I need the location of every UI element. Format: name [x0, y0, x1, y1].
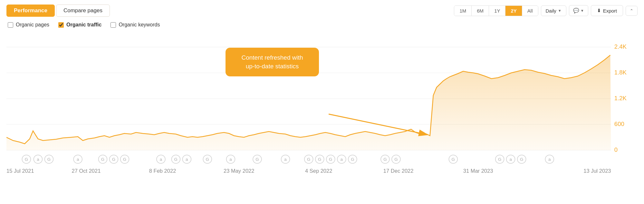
svg-text:G: G	[112, 157, 115, 162]
time-all[interactable]: All	[522, 6, 538, 16]
svg-text:a: a	[509, 157, 512, 162]
svg-text:G: G	[206, 157, 209, 162]
time-group: 1M 6M 1Y 2Y All	[454, 5, 538, 16]
svg-text:a: a	[37, 157, 39, 162]
svg-text:a: a	[77, 157, 79, 162]
svg-text:1.8K: 1.8K	[614, 69, 627, 76]
tab-performance[interactable]: Performance	[6, 5, 55, 17]
svg-text:a: a	[284, 157, 287, 162]
collapse-button[interactable]: ⌃	[626, 6, 638, 16]
svg-text:8 Feb 2022: 8 Feb 2022	[149, 168, 176, 174]
svg-text:G: G	[307, 157, 310, 162]
comment-icon: 💬	[573, 8, 579, 14]
svg-text:G: G	[123, 157, 126, 162]
time-1m[interactable]: 1M	[454, 6, 472, 16]
chart-area: Content refreshed with up-to-date statis…	[6, 31, 638, 176]
export-label: Export	[603, 8, 617, 14]
svg-text:600: 600	[614, 121, 624, 127]
svg-text:G: G	[101, 157, 104, 162]
svg-text:G: G	[329, 157, 332, 162]
svg-text:1.2K: 1.2K	[614, 95, 627, 102]
checkbox-row: Organic pages Organic traffic Organic ke…	[6, 22, 638, 28]
organic-keywords-checkbox-item[interactable]: Organic keywords	[111, 22, 160, 28]
svg-text:2.4K: 2.4K	[614, 43, 627, 50]
svg-text:a: a	[229, 157, 232, 162]
svg-text:13 Jul 2023: 13 Jul 2023	[583, 168, 611, 174]
svg-text:G: G	[25, 157, 28, 162]
daily-dropdown[interactable]: Daily ▼	[541, 5, 566, 16]
svg-text:a: a	[160, 157, 162, 162]
svg-text:G: G	[351, 157, 354, 162]
organic-keywords-checkbox[interactable]	[111, 22, 116, 28]
organic-traffic-checkbox-item[interactable]: Organic traffic	[58, 22, 101, 28]
export-icon: ⬇	[597, 8, 601, 14]
comment-chevron-icon: ▼	[581, 9, 584, 13]
time-2y[interactable]: 2Y	[505, 6, 522, 16]
svg-text:17 Dec 2022: 17 Dec 2022	[383, 168, 414, 174]
chevron-up-icon: ⌃	[630, 8, 633, 13]
organic-keywords-label: Organic keywords	[119, 22, 160, 28]
svg-text:G: G	[174, 157, 178, 162]
organic-traffic-checkbox[interactable]	[58, 22, 64, 28]
tab-group: Performance Compare pages	[6, 5, 110, 17]
svg-text:G: G	[394, 157, 398, 162]
svg-text:G: G	[498, 157, 501, 162]
daily-label: Daily	[546, 8, 556, 14]
tab-compare-pages[interactable]: Compare pages	[56, 5, 110, 17]
svg-text:G: G	[383, 157, 387, 162]
time-6m[interactable]: 6M	[472, 6, 489, 16]
svg-text:4 Sep 2022: 4 Sep 2022	[305, 168, 332, 174]
svg-text:G: G	[318, 157, 321, 162]
svg-text:a: a	[341, 157, 343, 162]
svg-text:G: G	[452, 157, 455, 162]
svg-text:23 May 2022: 23 May 2022	[224, 168, 254, 174]
chart-svg: 2.4K 1.8K 1.2K 600 0	[6, 31, 638, 176]
svg-text:a: a	[186, 157, 188, 162]
svg-text:a: a	[548, 157, 551, 162]
organic-pages-checkbox[interactable]	[8, 22, 13, 28]
top-bar: Performance Compare pages 1M 6M 1Y 2Y Al…	[6, 5, 638, 17]
svg-text:31 Mar 2023: 31 Mar 2023	[463, 168, 493, 174]
comment-button[interactable]: 💬 ▼	[569, 5, 588, 16]
svg-text:G: G	[520, 157, 523, 162]
export-button[interactable]: ⬇ Export	[591, 5, 623, 16]
svg-text:0: 0	[614, 146, 618, 153]
svg-text:15 Jul 2021: 15 Jul 2021	[6, 168, 34, 174]
organic-pages-label: Organic pages	[16, 22, 49, 28]
svg-text:G: G	[255, 157, 259, 162]
chevron-down-icon: ▼	[558, 9, 562, 13]
svg-text:G: G	[47, 157, 51, 162]
controls: 1M 6M 1Y 2Y All Daily ▼ 💬 ▼ ⬇ Export ⌃	[454, 5, 638, 16]
organic-traffic-label: Organic traffic	[66, 22, 101, 28]
time-1y[interactable]: 1Y	[489, 6, 505, 16]
organic-pages-checkbox-item[interactable]: Organic pages	[8, 22, 49, 28]
main-container: Performance Compare pages 1M 6M 1Y 2Y Al…	[0, 0, 644, 204]
svg-text:27 Oct 2021: 27 Oct 2021	[72, 168, 101, 174]
